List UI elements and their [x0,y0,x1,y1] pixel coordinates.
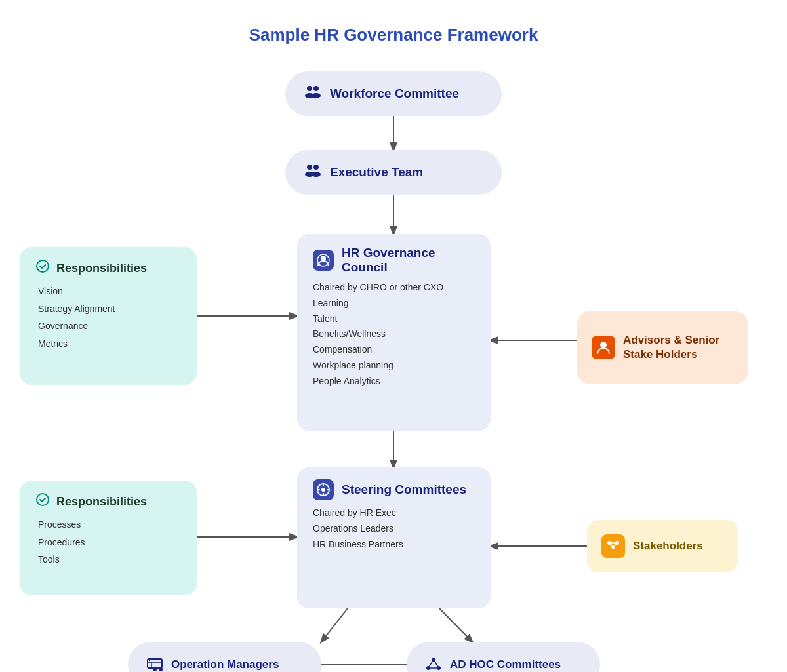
hr-governance-box: HR Governance Council Chaired by CHRO or… [297,234,491,431]
hr-gov-label: HR Governance Council [342,246,475,275]
svg-point-23 [321,488,325,492]
resp-top-title: Responsibilities [35,259,181,277]
operation-managers-box: Operation Managers [128,642,321,672]
workforce-committee-box: Workforce Committee [285,71,502,116]
steering-committees-box: Steering Committees Chaired by HR Exec O… [297,467,491,608]
svg-point-19 [312,172,321,177]
svg-point-17 [313,165,319,170]
svg-point-40 [149,660,150,662]
svg-point-13 [313,86,319,91]
advisors-icon [592,336,615,359]
resp-bot-items: Processes Procedures Tools [35,516,181,568]
executive-team-box: Executive Team [285,150,502,195]
svg-line-35 [609,543,613,547]
svg-point-42 [153,667,157,671]
svg-line-36 [613,543,617,547]
resp-bot-icon [35,492,50,511]
stakeholders-box: Stakeholders [587,520,738,572]
op-managers-label: Operation Managers [171,658,279,671]
svg-point-20 [321,256,326,261]
resp-bot-title: Responsibilities [35,492,181,511]
svg-point-41 [159,667,163,671]
steering-label: Steering Committees [342,483,466,497]
executive-icon [304,163,322,183]
resp-top-icon [35,259,50,277]
svg-point-28 [37,260,49,272]
steering-items: Chaired by HR Exec Operations Leaders HR… [313,505,475,552]
workforce-label: Workforce Committee [330,87,459,101]
stakeholders-label: Stakeholders [633,540,703,553]
stakeholders-icon [601,534,625,558]
advisors-label: Advisors & Senior Stake Holders [623,333,733,362]
advisors-box: Advisors & Senior Stake Holders [577,311,748,384]
responsibilities-top-box: Responsibilities Vision Strategy Alignme… [20,247,197,385]
hr-gov-icon [313,250,334,271]
svg-line-7 [321,608,348,642]
svg-line-8 [439,608,472,642]
svg-line-47 [434,660,439,668]
hr-gov-items: Chaired by CHRO or other CXO Learning Ta… [313,280,475,389]
resp-top-items: Vision Strategy Alignment Governance Met… [35,283,181,352]
executive-label: Executive Team [330,165,423,180]
svg-line-46 [428,660,434,668]
svg-point-30 [600,342,607,348]
svg-point-16 [307,165,312,170]
svg-point-12 [307,86,312,91]
svg-point-15 [312,93,321,98]
op-managers-icon [146,655,163,672]
page-title: Sample HR Governance Framework [0,0,787,45]
responsibilities-bottom-box: Responsibilities Processes Procedures To… [20,481,197,595]
adhoc-committees-box: AD HOC Committees [407,642,600,672]
adhoc-icon [425,655,442,672]
svg-point-29 [37,494,49,505]
adhoc-label: AD HOC Committees [450,658,561,671]
steering-icon [313,479,334,500]
workforce-icon [304,84,322,104]
